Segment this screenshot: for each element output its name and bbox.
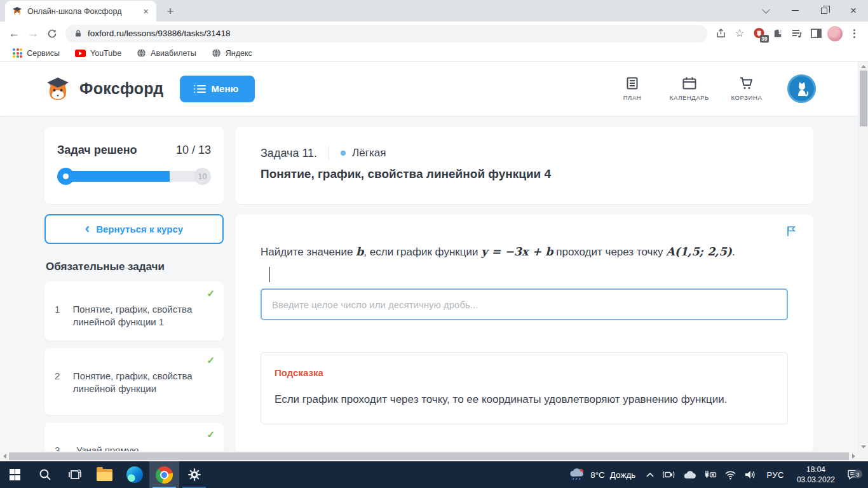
menu-button[interactable]: Меню — [180, 76, 255, 102]
sidebar-extension-icon[interactable] — [806, 24, 825, 43]
check-icon: ✓ — [207, 429, 215, 440]
task-list-item-1[interactable]: ✓ 1 Понятие, график, свойства линейной ф… — [44, 281, 224, 341]
progress-fill — [63, 171, 170, 182]
browser-profile-avatar[interactable] — [825, 24, 844, 43]
header-nav: ПЛАН КАЛЕНДАРЬ КОРЗИНА — [608, 76, 771, 101]
report-flag-icon[interactable] — [785, 225, 797, 240]
browser-tab-bar: Онлайн-школа Фоксфорд × + × — [0, 0, 868, 22]
forward-icon[interactable]: → — [24, 24, 43, 43]
nav-plan[interactable]: ПЛАН — [608, 76, 656, 101]
url-text: foxford.ru/lessons/93886/tasks/31418 — [88, 29, 230, 38]
language-indicator[interactable]: РУС — [760, 470, 790, 480]
address-bar[interactable]: foxford.ru/lessons/93886/tasks/31418 — [65, 25, 707, 43]
hint-title: Подсказка — [275, 367, 774, 378]
chrome-button[interactable] — [149, 461, 179, 488]
weather-temp: 8°C — [590, 470, 605, 480]
tray-overflow-chevron-icon[interactable] — [642, 472, 658, 478]
lock-icon — [74, 29, 82, 37]
hint-text: Если график проходит через точку, то ее … — [275, 390, 757, 409]
file-explorer-button[interactable] — [90, 461, 119, 488]
site-header: Фоксфорд Меню ПЛАН КАЛЕНДАРЬ КОРЗИНА — [0, 62, 858, 116]
nav-cart[interactable]: КОРЗИНА — [722, 76, 771, 101]
cat-avatar-icon — [794, 81, 810, 97]
action-center-button[interactable]: 3 — [841, 469, 868, 480]
sidebar: Задач решено 10 / 13 10 ‹ Вернуться к ку… — [44, 127, 224, 451]
scroll-down-icon[interactable] — [858, 442, 868, 451]
scroll-right-icon[interactable] — [849, 451, 858, 461]
edge-button[interactable] — [119, 461, 149, 488]
bookmark-yandex[interactable]: Яндекс — [207, 47, 257, 59]
progress-title: Задач решено — [57, 144, 137, 157]
bookmark-youtube[interactable]: YouTube — [70, 48, 126, 59]
main-content: Задача 11. Лёгкая Понятие, график, свойс… — [235, 127, 813, 451]
taskbar: 8°C Дождь РУС 18:04 — [0, 461, 868, 488]
playlist-extension-icon[interactable] — [787, 24, 806, 43]
scroll-left-icon[interactable] — [0, 451, 9, 461]
wifi-icon[interactable] — [721, 470, 740, 480]
menu-list-icon — [197, 85, 206, 93]
reload-icon[interactable] — [43, 24, 62, 43]
check-icon: ✓ — [207, 288, 215, 299]
horizontal-scroll-thumb[interactable] — [9, 452, 849, 460]
start-button[interactable] — [0, 461, 30, 488]
back-icon[interactable]: ← — [4, 24, 24, 43]
settings-button[interactable] — [179, 461, 209, 488]
task-list-item-3[interactable]: ✓ 3 Узнай прямую — [44, 423, 224, 451]
restore-button[interactable] — [810, 0, 839, 21]
tab-close-icon[interactable]: × — [140, 6, 151, 17]
volume-icon[interactable] — [740, 470, 760, 480]
browser-toolbar: ← → foxford.ru/lessons/93886/tasks/31418… — [0, 22, 868, 45]
foxford-favicon-icon — [12, 6, 22, 17]
minimize-button[interactable] — [780, 0, 810, 21]
share-icon[interactable] — [711, 24, 730, 43]
tab-search-icon[interactable] — [751, 0, 780, 21]
bookmark-star-icon[interactable]: ☆ — [730, 24, 749, 43]
task-view-button[interactable] — [60, 461, 90, 488]
onedrive-icon[interactable] — [679, 470, 700, 479]
progress-knob[interactable] — [57, 168, 74, 185]
close-button[interactable]: × — [839, 0, 868, 21]
text-caret — [269, 267, 270, 282]
browser-tab[interactable]: Онлайн-школа Фоксфорд × — [5, 1, 156, 22]
page-viewport: Фоксфорд Меню ПЛАН КАЛЕНДАРЬ КОРЗИНА — [0, 62, 858, 451]
foxford-logo[interactable] — [44, 76, 71, 102]
edge-icon — [126, 466, 143, 483]
new-tab-button[interactable]: + — [161, 3, 179, 20]
browser-menu-kebab-icon[interactable] — [844, 24, 864, 43]
question-text: Найдите значение b, если график функции … — [261, 245, 788, 259]
nav-calendar[interactable]: КАЛЕНДАРЬ — [665, 76, 714, 101]
clock[interactable]: 18:04 03.03.2022 — [790, 464, 841, 485]
check-icon: ✓ — [207, 355, 215, 366]
battery-status-icon[interactable] — [700, 470, 721, 479]
vertical-scrollbar[interactable] — [858, 62, 868, 451]
back-to-course-button[interactable]: ‹ Вернуться к курсу — [44, 214, 224, 244]
task-view-icon — [68, 469, 82, 480]
globe-icon — [137, 48, 146, 58]
task-list-item-2[interactable]: ✓ 2 Понятие, график, свойства линейной ф… — [44, 348, 224, 415]
user-avatar[interactable] — [787, 74, 816, 103]
weather-widget[interactable]: 8°C Дождь — [563, 468, 642, 482]
bookmark-avia[interactable]: Авиабилеты — [132, 47, 201, 59]
adblock-extension-icon[interactable]: 39 — [749, 24, 768, 43]
folder-icon — [97, 469, 112, 481]
progress-value: 10 / 13 — [176, 144, 211, 157]
clock-time: 18:04 — [797, 464, 835, 475]
scroll-up-icon[interactable] — [858, 62, 868, 71]
vertical-scroll-thumb[interactable] — [860, 71, 867, 126]
page-body: Задач решено 10 / 13 10 ‹ Вернуться к ку… — [0, 116, 858, 451]
globe-icon — [212, 48, 221, 58]
answer-input[interactable] — [261, 288, 788, 320]
search-icon — [39, 468, 51, 481]
chevron-left-icon: ‹ — [85, 221, 90, 235]
notification-badge: 3 — [853, 470, 862, 478]
taskbar-search-button[interactable] — [30, 461, 60, 488]
progress-card: Задач решено 10 / 13 10 — [44, 127, 224, 204]
progress-bar: 10 — [57, 168, 211, 185]
horizontal-scrollbar[interactable] — [0, 451, 858, 461]
window-controls: × — [751, 0, 868, 22]
bookmark-services[interactable]: Сервисы — [8, 47, 65, 59]
extensions-puzzle-icon[interactable] — [768, 24, 787, 43]
meet-now-icon[interactable] — [658, 470, 679, 480]
brand-name[interactable]: Фоксфорд — [79, 79, 163, 98]
weather-desc: Дождь — [610, 470, 636, 480]
